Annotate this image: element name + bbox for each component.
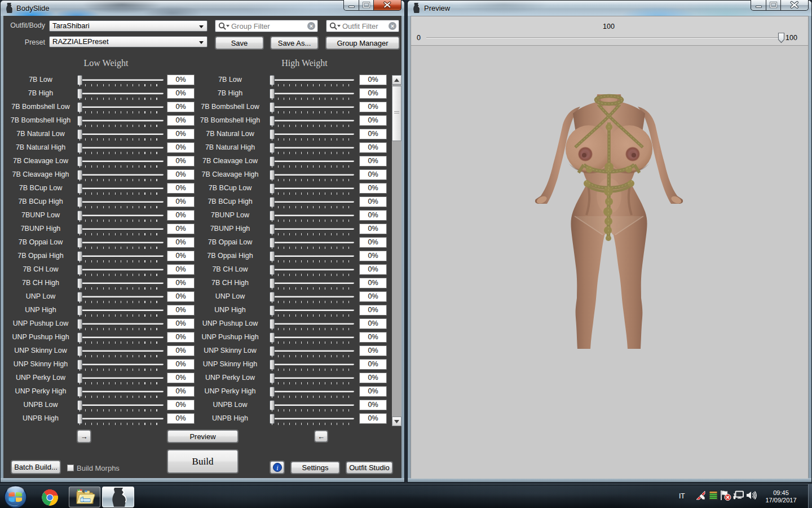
svg-text:i: i	[276, 464, 278, 472]
